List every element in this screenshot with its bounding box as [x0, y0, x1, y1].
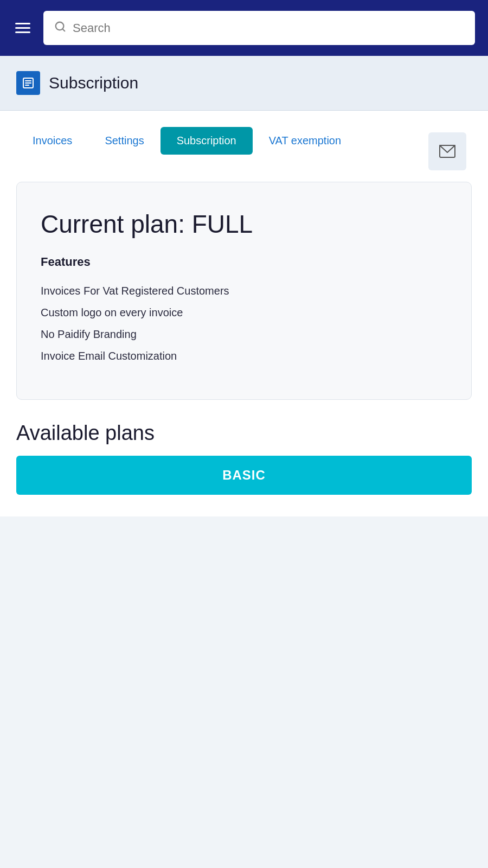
search-bar: [43, 11, 475, 45]
page-title-bar: Subscription: [0, 56, 488, 111]
tabs-and-email-area: Invoices Settings Subscription VAT exemp…: [16, 127, 472, 171]
tab-invoices[interactable]: Invoices: [16, 127, 88, 155]
available-plans-title: Available plans: [16, 422, 472, 445]
tabs-container: Invoices Settings Subscription VAT exemp…: [16, 127, 428, 171]
email-area: [428, 127, 472, 170]
email-button[interactable]: [428, 132, 466, 170]
hamburger-menu-button[interactable]: [13, 21, 33, 35]
tab-settings[interactable]: Settings: [88, 127, 160, 155]
tabs-row2: VAT exemption: [253, 127, 357, 155]
email-icon: [439, 145, 455, 158]
features-heading: Features: [41, 255, 447, 269]
app-header: [0, 0, 488, 56]
search-input[interactable]: [73, 21, 464, 35]
tabs-row1: Invoices Settings Subscription: [16, 127, 253, 155]
page-title: Subscription: [49, 74, 138, 92]
svg-line-1: [62, 29, 65, 31]
search-icon: [54, 21, 66, 35]
feature-item: Invoices For Vat Registered Customers: [41, 280, 447, 302]
feature-item: No Paidify Branding: [41, 323, 447, 345]
tab-subscription[interactable]: Subscription: [160, 127, 253, 155]
tabs: Invoices Settings Subscription VAT exemp…: [16, 127, 428, 155]
tab-vat-exemption[interactable]: VAT exemption: [253, 127, 357, 155]
main-content: Invoices Settings Subscription VAT exemp…: [0, 111, 488, 516]
feature-item: Invoice Email Customization: [41, 345, 447, 367]
current-plan-title: Current plan: FULL: [41, 209, 447, 239]
basic-plan-button[interactable]: BASIC: [16, 456, 472, 495]
features-list: Invoices For Vat Registered Customers Cu…: [41, 280, 447, 367]
feature-item: Custom logo on every invoice: [41, 302, 447, 323]
page-icon: [16, 71, 40, 95]
current-plan-card: Current plan: FULL Features Invoices For…: [16, 182, 472, 400]
